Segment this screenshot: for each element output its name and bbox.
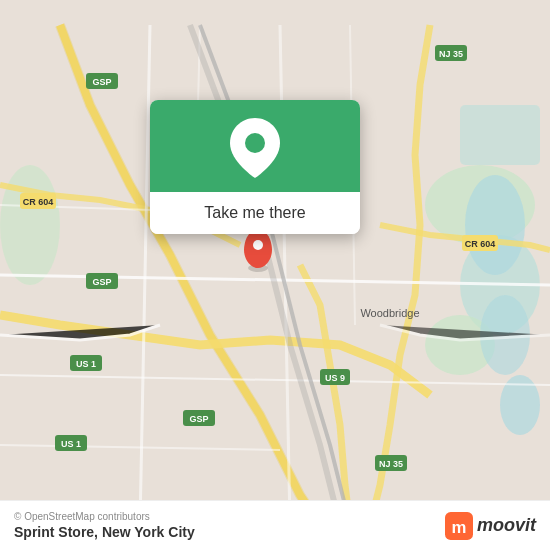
map-background: GSP GSP GSP NJ 35 NJ 35 US 1 US 1 CR 604… bbox=[0, 0, 550, 550]
svg-point-39 bbox=[253, 240, 263, 250]
svg-point-6 bbox=[465, 175, 525, 275]
svg-text:US 9: US 9 bbox=[325, 373, 345, 383]
svg-text:US 1: US 1 bbox=[76, 359, 96, 369]
location-pin-icon bbox=[230, 118, 280, 178]
map-attribution: © OpenStreetMap contributors bbox=[14, 511, 195, 522]
svg-text:CR 604: CR 604 bbox=[465, 239, 496, 249]
svg-text:NJ 35: NJ 35 bbox=[439, 49, 463, 59]
svg-text:NJ 35: NJ 35 bbox=[379, 459, 403, 469]
svg-rect-4 bbox=[460, 105, 540, 165]
store-name: Sprint Store, New York City bbox=[14, 524, 195, 540]
svg-text:GSP: GSP bbox=[189, 414, 208, 424]
bottom-left: © OpenStreetMap contributors Sprint Stor… bbox=[14, 511, 195, 540]
map-container: GSP GSP GSP NJ 35 NJ 35 US 1 US 1 CR 604… bbox=[0, 0, 550, 550]
svg-text:GSP: GSP bbox=[92, 277, 111, 287]
svg-point-40 bbox=[245, 133, 265, 153]
svg-text:m: m bbox=[452, 517, 467, 536]
svg-text:GSP: GSP bbox=[92, 77, 111, 87]
svg-text:US 1: US 1 bbox=[61, 439, 81, 449]
svg-point-5 bbox=[0, 165, 60, 285]
bottom-bar: © OpenStreetMap contributors Sprint Stor… bbox=[0, 500, 550, 550]
moovit-logo[interactable]: m moovit bbox=[445, 512, 536, 540]
take-me-there-button[interactable]: Take me there bbox=[150, 192, 360, 234]
popup-card: Take me there bbox=[150, 100, 360, 234]
moovit-brand-icon: m bbox=[445, 512, 473, 540]
svg-text:CR 604: CR 604 bbox=[23, 197, 54, 207]
moovit-text: moovit bbox=[477, 515, 536, 536]
svg-text:Woodbridge: Woodbridge bbox=[360, 307, 419, 319]
popup-header bbox=[150, 100, 360, 192]
